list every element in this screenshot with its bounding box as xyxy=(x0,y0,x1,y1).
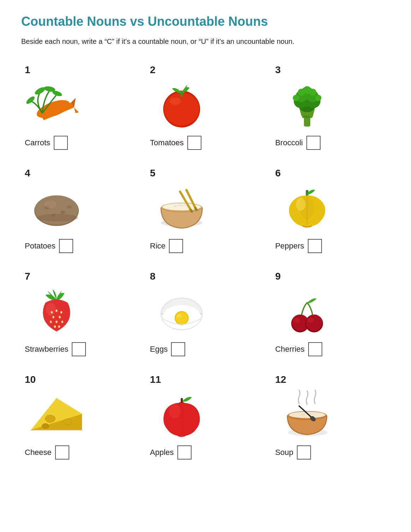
tomatoes-label: Tomatoes xyxy=(150,138,183,147)
broccoli-image xyxy=(275,78,339,131)
eggs-answer-box[interactable] xyxy=(171,342,185,356)
cherries-image xyxy=(275,284,339,337)
item-number-6: 6 xyxy=(275,168,281,179)
svg-point-79 xyxy=(64,419,72,425)
svg-point-56 xyxy=(59,316,60,318)
cherries-answer-box[interactable] xyxy=(308,342,322,356)
broccoli-answer-box[interactable] xyxy=(306,136,321,150)
cheese-label-row: Cheese xyxy=(25,445,69,460)
soup-label: Soup xyxy=(275,448,293,457)
svg-point-58 xyxy=(50,321,52,323)
apples-image xyxy=(150,387,213,440)
cheese-image xyxy=(25,387,88,440)
svg-point-54 xyxy=(60,311,62,314)
carrots-image xyxy=(25,78,88,131)
item-number-1: 1 xyxy=(25,64,30,76)
item-cherries: 9 Cherries xyxy=(272,267,390,360)
svg-point-30 xyxy=(36,214,78,222)
peppers-label-row: Peppers xyxy=(275,239,322,253)
item-potatoes: 4 Potatoes xyxy=(21,164,139,257)
svg-point-83 xyxy=(169,404,180,419)
svg-marker-77 xyxy=(30,430,83,431)
tomatoes-image xyxy=(150,78,213,131)
cherries-label: Cherries xyxy=(275,345,305,354)
item-number-4: 4 xyxy=(25,168,30,179)
svg-point-60 xyxy=(54,325,56,328)
svg-point-9 xyxy=(164,93,199,126)
svg-point-80 xyxy=(42,423,49,428)
item-tomatoes: 2 Tomatoes xyxy=(146,61,264,153)
eggs-label-row: Eggs xyxy=(150,342,185,356)
svg-point-26 xyxy=(293,95,299,101)
item-number-5: 5 xyxy=(150,168,155,179)
item-carrots: 1 Carrots xyxy=(21,61,139,153)
carrots-label: Carrots xyxy=(25,138,50,147)
page-title: Countable Nouns vs Uncountable Nouns xyxy=(21,14,390,29)
broccoli-label-row: Broccoli xyxy=(275,136,321,150)
potatoes-image xyxy=(25,181,88,234)
soup-label-row: Soup xyxy=(275,445,311,460)
cherries-label-row: Cherries xyxy=(275,342,322,356)
strawberries-answer-box[interactable] xyxy=(72,342,86,356)
item-number-11: 11 xyxy=(150,374,161,385)
potatoes-label: Potatoes xyxy=(25,241,55,251)
item-peppers: 6 Peppers xyxy=(272,164,390,257)
soup-image xyxy=(275,387,339,440)
item-number-10: 10 xyxy=(25,374,36,385)
broccoli-label: Broccoli xyxy=(275,138,303,147)
apples-answer-box[interactable] xyxy=(177,445,192,460)
svg-rect-12 xyxy=(304,111,310,127)
rice-answer-box[interactable] xyxy=(169,239,183,253)
tomatoes-label-row: Tomatoes xyxy=(150,136,201,150)
svg-line-48 xyxy=(195,208,197,210)
item-rice: 5 xyxy=(146,164,264,257)
item-soup: 12 xyxy=(272,370,390,463)
svg-point-65 xyxy=(176,312,188,324)
svg-point-61 xyxy=(58,325,60,328)
item-number-3: 3 xyxy=(275,64,281,76)
potatoes-answer-box[interactable] xyxy=(59,239,73,253)
svg-point-69 xyxy=(294,318,300,323)
item-number-2: 2 xyxy=(150,64,155,76)
item-number-9: 9 xyxy=(275,271,281,282)
svg-point-10 xyxy=(170,97,181,105)
item-broccoli: 3 xyxy=(272,61,390,153)
peppers-label: Peppers xyxy=(275,241,304,251)
svg-point-24 xyxy=(298,89,305,96)
item-number-8: 8 xyxy=(150,271,155,282)
apples-label-row: Apples xyxy=(150,445,191,460)
item-cheese: 10 Cheese xyxy=(21,370,139,463)
svg-point-72 xyxy=(307,318,314,323)
svg-point-53 xyxy=(55,309,57,312)
soup-answer-box[interactable] xyxy=(297,445,311,460)
svg-point-78 xyxy=(45,415,55,423)
svg-point-40 xyxy=(174,205,177,207)
svg-point-25 xyxy=(309,89,316,96)
cheese-answer-box[interactable] xyxy=(55,445,69,460)
carrots-answer-box[interactable] xyxy=(54,136,68,150)
item-number-12: 12 xyxy=(275,374,286,385)
svg-point-57 xyxy=(55,321,57,323)
svg-point-55 xyxy=(52,316,54,318)
instructions-text: Beside each noun, write a “C” if it’s a … xyxy=(21,36,390,47)
item-strawberries: 7 xyxy=(21,267,139,360)
svg-point-44 xyxy=(184,204,186,206)
svg-point-50 xyxy=(296,198,305,211)
svg-point-34 xyxy=(67,205,72,209)
item-number-7: 7 xyxy=(25,271,30,282)
eggs-image xyxy=(150,284,213,337)
svg-line-47 xyxy=(191,210,192,211)
rice-label-row: Rice xyxy=(150,239,183,253)
svg-marker-3 xyxy=(74,107,79,113)
rice-label: Rice xyxy=(150,241,165,251)
rice-image xyxy=(150,181,213,234)
svg-point-35 xyxy=(44,200,57,208)
svg-point-32 xyxy=(61,211,65,214)
apples-label: Apples xyxy=(150,448,174,457)
potatoes-label-row: Potatoes xyxy=(25,239,73,253)
cheese-label: Cheese xyxy=(25,448,52,457)
item-apples: 11 Apples xyxy=(146,370,264,463)
tomatoes-answer-box[interactable] xyxy=(187,136,201,150)
eggs-label: Eggs xyxy=(150,345,168,354)
peppers-answer-box[interactable] xyxy=(308,239,322,253)
